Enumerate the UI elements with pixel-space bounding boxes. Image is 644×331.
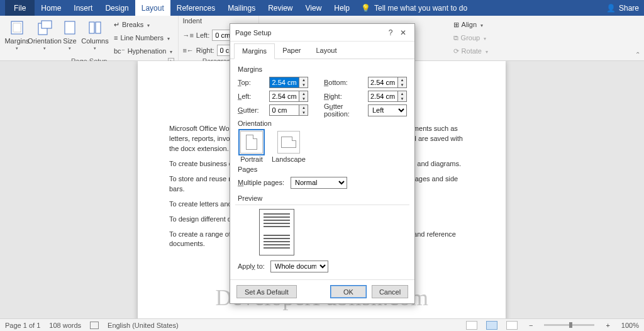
status-language[interactable]: English (United States) xyxy=(108,322,179,329)
margin-bottom-spinner[interactable]: ▲▼ xyxy=(398,77,407,88)
multiple-pages-label: Multiple pages: xyxy=(238,179,287,186)
ribbon-group-page-setup: Margins▾ Orientation▾ Size▾ Columns▾ ↵Br… xyxy=(0,16,179,60)
align-label: Align xyxy=(462,21,477,28)
tab-paper[interactable]: Paper xyxy=(275,43,308,59)
menu-design[interactable]: Design xyxy=(99,0,135,16)
menu-view[interactable]: View xyxy=(299,0,328,16)
group-icon: ⧉ xyxy=(453,34,458,42)
dialog-titlebar[interactable]: Page Setup ? ✕ xyxy=(230,24,414,42)
main-menu: File Home Insert Design Layout Reference… xyxy=(5,0,356,16)
view-read-mode[interactable] xyxy=(466,321,477,330)
zoom-in-button[interactable]: + xyxy=(603,322,612,329)
gutter-pos-select[interactable]: Left xyxy=(368,104,407,116)
preview-section-label: Preview xyxy=(238,194,407,202)
zoom-level[interactable]: 100% xyxy=(621,322,639,329)
tab-layout[interactable]: Layout xyxy=(308,43,344,59)
multiple-pages-select[interactable]: Normal xyxy=(291,177,347,189)
margins-label: Margins xyxy=(4,37,29,45)
collapse-ribbon-button[interactable]: ⌃ xyxy=(635,51,640,58)
view-print-layout[interactable] xyxy=(486,321,497,330)
columns-button[interactable]: Columns▾ xyxy=(82,18,108,52)
size-button[interactable]: Size▾ xyxy=(59,18,80,52)
size-label: Size xyxy=(63,37,76,45)
gutter-pos-label: Gutter position: xyxy=(324,103,364,118)
line-numbers-label: Line Numbers xyxy=(120,34,163,42)
breaks-label: Breaks xyxy=(122,21,143,28)
dialog-help-button[interactable]: ? xyxy=(384,28,397,37)
share-button[interactable]: 👤 Share xyxy=(606,4,639,13)
tab-margins[interactable]: Margins xyxy=(234,43,275,59)
columns-icon xyxy=(86,20,104,36)
columns-label: Columns xyxy=(81,37,108,45)
ribbon-group-arrange: ⊞Align ⧉Group ⟳Rotate xyxy=(448,16,494,60)
margin-right-spinner[interactable]: ▲▼ xyxy=(398,91,407,102)
indent-right-icon: ≡← xyxy=(182,47,193,54)
share-icon: 👤 xyxy=(606,4,616,13)
left-label: Left: xyxy=(238,93,265,100)
status-words[interactable]: 108 words xyxy=(49,322,81,329)
menu-mailings[interactable]: Mailings xyxy=(221,0,262,16)
margin-left-spinner[interactable]: ▲▼ xyxy=(299,91,308,102)
rotate-label: Rotate xyxy=(462,47,482,55)
menu-insert[interactable]: Insert xyxy=(67,0,99,16)
right-label: Right: xyxy=(324,93,364,100)
menu-review[interactable]: Review xyxy=(262,0,299,16)
landscape-label: Landscape xyxy=(272,155,306,163)
menu-help[interactable]: Help xyxy=(328,0,356,16)
set-as-default-button[interactable]: Set As Default xyxy=(236,285,297,298)
tell-me-search[interactable]: 💡 Tell me what you want to do xyxy=(361,4,467,13)
svg-rect-4 xyxy=(65,21,75,34)
top-label: Top: xyxy=(238,79,265,86)
orientation-landscape[interactable]: Landscape xyxy=(272,131,306,163)
svg-rect-5 xyxy=(89,22,94,33)
lightbulb-icon: 💡 xyxy=(361,4,370,13)
rotate-icon: ⟳ xyxy=(453,47,459,55)
indent-left-label: Left: xyxy=(196,31,209,39)
menu-references[interactable]: References xyxy=(170,0,221,16)
menu-home[interactable]: Home xyxy=(35,0,67,16)
line-numbers-icon: ≡ xyxy=(114,34,118,42)
orientation-label: Orientation xyxy=(28,37,62,45)
group-label: Group xyxy=(461,34,480,42)
gutter-spinner[interactable]: ▲▼ xyxy=(299,104,308,116)
orientation-portrait[interactable]: Portrait xyxy=(240,131,263,163)
svg-rect-3 xyxy=(42,21,52,28)
zoom-slider[interactable] xyxy=(544,324,594,326)
margin-left-input[interactable] xyxy=(269,91,299,102)
rotate-button: ⟳Rotate xyxy=(452,45,490,57)
align-button[interactable]: ⊞Align xyxy=(452,18,485,31)
breaks-icon: ↵ xyxy=(114,21,119,29)
bottom-label: Bottom: xyxy=(324,79,364,86)
apply-to-select[interactable]: Whole document xyxy=(270,261,328,272)
margins-icon xyxy=(8,20,26,36)
menu-layout[interactable]: Layout xyxy=(135,0,170,16)
dialog-close-button[interactable]: ✕ xyxy=(397,28,409,37)
gutter-input[interactable] xyxy=(269,104,299,116)
tell-me-label: Tell me what you want to do xyxy=(374,4,467,13)
menu-bar: File Home Insert Design Layout Reference… xyxy=(0,0,644,16)
line-numbers-button[interactable]: ≡Line Numbers xyxy=(112,31,174,44)
hyphenation-button[interactable]: bc⁻Hyphenation xyxy=(112,45,174,57)
breaks-button[interactable]: ↵Breaks xyxy=(112,18,174,31)
menu-file[interactable]: File xyxy=(5,0,35,16)
ok-button[interactable]: OK xyxy=(330,285,367,298)
status-page[interactable]: Page 1 of 1 xyxy=(5,322,40,329)
margin-bottom-input[interactable] xyxy=(368,77,398,88)
view-web-layout[interactable] xyxy=(506,321,518,330)
size-icon xyxy=(61,20,79,36)
indent-right-label: Right: xyxy=(196,47,214,54)
zoom-out-button[interactable]: − xyxy=(526,322,535,329)
margin-right-input[interactable] xyxy=(368,91,398,102)
spellcheck-icon[interactable] xyxy=(90,322,99,329)
hyphenation-icon: bc⁻ xyxy=(114,47,125,55)
gutter-label: Gutter: xyxy=(238,106,265,114)
margin-top-input[interactable] xyxy=(269,77,299,88)
hyphenation-label: Hyphenation xyxy=(128,47,167,55)
orientation-button[interactable]: Orientation▾ xyxy=(31,18,58,52)
apply-to-label: Apply to: xyxy=(238,262,267,270)
orientation-icon xyxy=(36,20,53,36)
cancel-button[interactable]: Cancel xyxy=(372,285,408,298)
margin-top-spinner[interactable]: ▲▼ xyxy=(299,77,308,88)
margins-button[interactable]: Margins▾ xyxy=(4,18,30,52)
indent-left-icon: →≡ xyxy=(182,31,193,39)
